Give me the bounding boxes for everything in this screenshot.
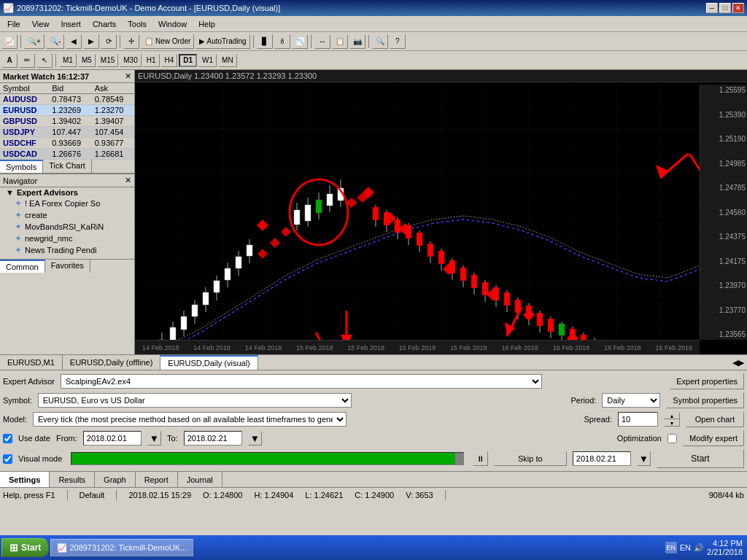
template-btn[interactable]: 📋 [332, 34, 348, 49]
autotrading-btn[interactable]: ▶ AutoTrading [196, 34, 249, 49]
tf-d1[interactable]: D1 [179, 54, 197, 67]
open-chart-button[interactable]: Open chart [686, 411, 744, 427]
tf-m5[interactable]: M5 [78, 54, 96, 67]
restore-button[interactable]: □ [719, 3, 731, 13]
table-row[interactable]: USDCAD 1.26676 1.26681 [0, 149, 134, 160]
nav-expert-advisors-label: Expert Advisors [17, 188, 78, 197]
tf-m30[interactable]: M30 [120, 54, 141, 67]
to-input[interactable] [184, 431, 242, 446]
scroll-right-btn[interactable]: ▶ [83, 34, 99, 49]
skip-calendar-btn[interactable]: ▼ [637, 451, 651, 466]
close-button[interactable]: ✕ [732, 3, 744, 13]
chart-tab-daily-offline[interactable]: EURUSD,Daily (offline) [63, 355, 161, 370]
symbol-select[interactable]: EURUSD, Euro vs US Dollar [38, 393, 352, 408]
menu-view[interactable]: View [26, 18, 55, 30]
start-button-taskbar[interactable]: ⊞ Start [1, 538, 49, 557]
scroll-tabs-left[interactable]: ◀ [732, 358, 738, 368]
expert-advisor-select[interactable]: ScalpingEAv2.ex4 [61, 374, 542, 389]
tab-tick-chart[interactable]: Tick Chart [43, 160, 92, 173]
tab-common[interactable]: Common [0, 260, 45, 273]
skip-to-button[interactable]: Skip to [494, 451, 567, 466]
tester-row5: Visual mode ⏸ Skip to ▼ Start [3, 449, 744, 468]
symbol-properties-button[interactable]: Symbol properties [666, 392, 744, 408]
autoscroll-btn[interactable]: ⟳ [101, 34, 117, 49]
close-mw-icon[interactable]: ✕ [125, 71, 131, 81]
tab-results[interactable]: Results [50, 472, 95, 487]
chart-svg[interactable] [135, 85, 700, 340]
chart-tab-m1[interactable]: EURUSD,M1 [0, 355, 63, 370]
menu-charts[interactable]: Charts [87, 18, 122, 30]
menu-help[interactable]: Help [193, 18, 221, 30]
tf-m15[interactable]: M15 [97, 54, 118, 67]
pause-button[interactable]: ⏸ [473, 451, 488, 466]
tab-settings[interactable]: Settings [0, 472, 50, 487]
scroll-tabs-right[interactable]: ▶ [738, 358, 744, 368]
nav-item[interactable]: ✦ MovBandsRSI_KaRiN [0, 221, 134, 233]
crosshair-btn[interactable]: ✛ [123, 34, 139, 49]
text-tool-btn[interactable]: A [1, 53, 18, 68]
minimize-button[interactable]: ─ [706, 3, 718, 13]
screenshot-btn[interactable]: 📷 [349, 34, 365, 49]
tf-w1[interactable]: W1 [198, 54, 217, 67]
table-row[interactable]: GBPUSD 1.39402 1.39407 [0, 116, 134, 127]
tab-journal[interactable]: Journal [178, 472, 222, 487]
nav-item[interactable]: ✦ newgrid_nmc [0, 233, 134, 244]
candle-btn[interactable]: 🕯 [274, 34, 290, 49]
new-chart-btn[interactable]: 📈 [1, 34, 18, 49]
visual-mode-checkbox[interactable] [3, 454, 12, 464]
help-btn[interactable]: ? [390, 34, 406, 49]
taskbar-app-mt4[interactable]: 📈 2089731202: Tickmill-DemoUK... [50, 539, 193, 556]
menu-tools[interactable]: Tools [122, 18, 152, 30]
tf-h4[interactable]: H4 [161, 54, 178, 67]
bar-chart-btn[interactable]: ▊ [257, 34, 273, 49]
nav-item[interactable]: ✦ create [0, 209, 134, 221]
zoom-out-btn[interactable]: 🔍- [46, 34, 64, 49]
from-calendar-btn[interactable]: ▼ [147, 431, 161, 446]
nav-item[interactable]: ✦ ! EA Forex Copier So [0, 198, 134, 209]
from-input[interactable] [83, 431, 142, 446]
table-row[interactable]: AUDUSD 0.78473 0.78549 [0, 94, 134, 105]
cursor-btn[interactable]: ↖ [36, 53, 53, 68]
ask-cell: 0.93677 [92, 138, 134, 149]
tab-report[interactable]: Report [136, 472, 178, 487]
draw-btn[interactable]: ✏ [19, 53, 35, 68]
spread-label: Spread: [584, 415, 612, 424]
tf-mn[interactable]: MN [218, 54, 237, 67]
modify-expert-button[interactable]: Modify expert [683, 430, 744, 446]
expert-properties-button[interactable]: Expert properties [670, 373, 744, 389]
table-row[interactable]: EURUSD 1.23269 1.23270 [0, 105, 134, 116]
spread-input[interactable] [618, 412, 658, 427]
menu-file[interactable]: File [1, 18, 26, 30]
tf-h1[interactable]: H1 [143, 54, 160, 67]
tab-symbols[interactable]: Symbols [0, 160, 43, 173]
optimization-checkbox[interactable] [667, 434, 677, 443]
start-button[interactable]: Start [657, 449, 744, 468]
spread-down[interactable]: ▼ [664, 419, 680, 427]
nav-expert-advisors-folder[interactable]: ▼ Expert Advisors [0, 187, 134, 198]
close-nav-icon[interactable]: ✕ [125, 176, 131, 185]
chart-area[interactable]: EURUSD,Daily 1.23400 1.23572 1.23293 1.2… [135, 70, 747, 354]
skip-to-input[interactable] [573, 451, 631, 466]
table-row[interactable]: USDJPY 107.447 107.454 [0, 127, 134, 138]
use-date-checkbox[interactable] [3, 434, 12, 443]
menu-window[interactable]: Window [152, 18, 193, 30]
zoom-in-btn[interactable]: 🔍+ [24, 34, 44, 49]
spread-up[interactable]: ▲ [664, 412, 680, 419]
search-btn[interactable]: 🔍 [372, 34, 388, 49]
datetime-text: 2018.02.15 15:29 [128, 491, 191, 499]
period-sep-btn[interactable]: ↔ [314, 34, 330, 49]
new-order-btn[interactable]: 📋 New Order [141, 34, 194, 49]
line-btn[interactable]: 📉 [292, 34, 308, 49]
scroll-left-btn[interactable]: ◀ [66, 34, 82, 49]
model-select[interactable]: Every tick (the most precise method base… [33, 412, 347, 427]
menu-insert[interactable]: Insert [55, 18, 87, 30]
period-select[interactable]: Daily [602, 393, 660, 408]
price-label: 1.23970 [702, 281, 746, 289]
to-calendar-btn[interactable]: ▼ [248, 431, 262, 446]
table-row[interactable]: USDCHF 0.93669 0.93677 [0, 138, 134, 149]
tab-graph[interactable]: Graph [95, 472, 136, 487]
tf-m1[interactable]: M1 [59, 54, 77, 67]
tab-favorites[interactable]: Favorites [45, 260, 90, 273]
nav-item[interactable]: ✦ News Trading Pendi [0, 244, 134, 256]
chart-tab-daily-visual[interactable]: EURUSD,Daily (visual) [160, 355, 258, 370]
